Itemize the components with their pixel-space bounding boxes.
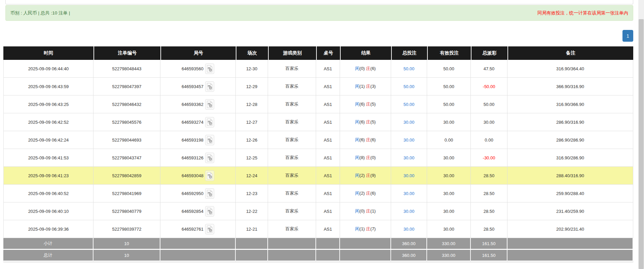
total-bet-link[interactable]: 30.00: [404, 138, 415, 143]
remark-cell: 316.90/286.90: [507, 149, 633, 167]
time-cell: 2025-09-09 06:41:53: [3, 149, 93, 167]
total-bet-link[interactable]: 30.00: [404, 155, 415, 160]
table-row[interactable]: 2025-09-09 06:43:59522798047397646593457…: [3, 78, 633, 95]
total-bet-cell[interactable]: 30.00: [391, 131, 427, 149]
round-replay-button[interactable]: [205, 81, 214, 92]
total-bet-link[interactable]: 30.00: [404, 120, 415, 125]
round-id-cell: 646593560: [160, 60, 236, 78]
footer-empty-game: [268, 250, 316, 262]
payout-cell: -30.00: [471, 149, 507, 167]
total-bet-link[interactable]: 50.00: [404, 102, 415, 107]
result-cell: 闲(2) 庄(6): [340, 185, 391, 202]
result-player-score: (6): [359, 119, 366, 124]
table-header: 时间注单编号局号场次游戏类别桌号结果总投注有效投注总派彩备注: [3, 46, 633, 60]
result-player-label: 闲: [355, 155, 359, 160]
total-bet-cell[interactable]: 50.00: [391, 60, 427, 78]
table-footer: 小计10360.00330.00161.50总计10360.00330.0016…: [3, 238, 633, 262]
table-no-cell: AS1: [316, 95, 340, 113]
vertical-scrollbar[interactable]: [638, 0, 644, 269]
time-cell: 2025-09-09 06:43:59: [3, 78, 93, 95]
round-replay-button[interactable]: [205, 153, 214, 163]
total-bet-cell[interactable]: 30.00: [391, 167, 427, 185]
total-bet-cell[interactable]: 30.00: [391, 149, 427, 167]
video-file-icon: [206, 172, 213, 180]
footer-empty-round: [160, 250, 236, 262]
footer-empty-result: [340, 238, 391, 250]
result-banker-score: (6): [370, 137, 376, 142]
footer-empty-round: [160, 238, 236, 250]
round-replay-button[interactable]: [205, 170, 214, 181]
total-bet-cell[interactable]: 30.00: [391, 202, 427, 220]
bet-records-table: 时间注单编号局号场次游戏类别桌号结果总投注有效投注总派彩备注 2025-09-0…: [3, 46, 633, 262]
round-id-text: 646593457: [182, 84, 203, 89]
total-bet-link[interactable]: 30.00: [404, 209, 415, 214]
table-row[interactable]: 2025-09-09 06:42:24522798044693646593198…: [3, 131, 633, 149]
table-row[interactable]: 2025-09-09 06:42:52522798045576646593274…: [3, 113, 633, 131]
result-banker-label: 庄: [366, 119, 370, 124]
result-banker-score: (6): [370, 191, 376, 196]
total-bet-cell[interactable]: 30.00: [391, 220, 427, 238]
table-row[interactable]: 2025-09-09 06:44:40522798048443646593560…: [3, 60, 633, 78]
table-row[interactable]: 2025-09-09 06:40:52522798041969646592950…: [3, 185, 633, 202]
session-cell: 12-21: [236, 220, 268, 238]
result-player-score: (6): [359, 137, 366, 142]
video-file-icon: [206, 207, 213, 215]
footer-valid-bet-cell: 330.00: [427, 250, 471, 262]
result-banker-score: (6): [370, 66, 376, 71]
table-row[interactable]: 2025-09-09 06:40:10522798040779646592854…: [3, 202, 633, 220]
result-player-score: (2): [359, 191, 366, 196]
round-replay-button[interactable]: [205, 135, 214, 145]
scrollbar-thumb[interactable]: [639, 19, 644, 269]
round-replay-button[interactable]: [205, 224, 214, 234]
session-cell: 12-22: [236, 202, 268, 220]
round-replay-button[interactable]: [205, 99, 214, 110]
video-file-icon: [206, 65, 213, 73]
filter-panel-bottom-edge: [5, 0, 633, 4]
valid-bet-cell: 50.00: [427, 78, 471, 95]
column-header-3: 场次: [236, 46, 268, 60]
total-bet-cell[interactable]: 30.00: [391, 185, 427, 202]
result-banker-score: (0): [370, 155, 376, 160]
footer-empty-remark: [507, 250, 633, 262]
result-player-score: (0): [359, 66, 366, 71]
session-cell: 12-27: [236, 113, 268, 131]
payout-cell: 28.50: [471, 202, 507, 220]
total-bet-cell[interactable]: 50.00: [391, 95, 427, 113]
round-replay-button[interactable]: [205, 64, 214, 74]
video-file-icon: [206, 118, 213, 126]
remark-cell: 202.90/231.40: [507, 220, 633, 238]
column-header-4: 游戏类别: [268, 46, 316, 60]
session-cell: 12-24: [236, 167, 268, 185]
video-file-icon: [206, 136, 213, 144]
result-player-score: (8): [359, 155, 366, 160]
total-bet-link[interactable]: 50.00: [404, 66, 415, 71]
result-player-score: (2): [359, 173, 366, 178]
round-id-text: 646592854: [182, 209, 203, 214]
round-replay-button[interactable]: [205, 206, 214, 217]
total-bet-cell[interactable]: 30.00: [391, 113, 427, 131]
table-row[interactable]: 2025-09-09 06:43:25522798046432646593362…: [3, 95, 633, 113]
result-banker-label: 庄: [366, 66, 370, 71]
result-banker-label: 庄: [366, 208, 370, 214]
result-player-label: 闲: [355, 119, 359, 124]
total-bet-link[interactable]: 30.00: [404, 173, 415, 178]
result-cell: 闲(0) 庄(6): [340, 60, 391, 78]
table-row[interactable]: 2025-09-09 06:41:23522798042859646593048…: [3, 167, 633, 185]
result-player-label: 闲: [355, 208, 359, 214]
table-row[interactable]: 2025-09-09 06:39:36522798039772646592761…: [3, 220, 633, 238]
footer-empty-table: [316, 238, 340, 250]
page-1-button[interactable]: 1: [622, 30, 633, 42]
table-row[interactable]: 2025-09-09 06:41:53522798043747646593126…: [3, 149, 633, 167]
game-type-cell: 百家乐: [268, 131, 316, 149]
round-replay-button[interactable]: [205, 117, 214, 127]
round-replay-button[interactable]: [205, 188, 214, 199]
remark-cell: 286.90/316.90: [507, 113, 633, 131]
payout-cell: 30.00: [471, 113, 507, 131]
result-banker-label: 庄: [366, 155, 370, 160]
total-bet-link[interactable]: 50.00: [404, 84, 415, 89]
time-cell: 2025-09-09 06:42:52: [3, 113, 93, 131]
total-bet-cell[interactable]: 50.00: [391, 78, 427, 95]
result-banker-label: 庄: [366, 191, 370, 196]
total-bet-link[interactable]: 30.00: [404, 227, 415, 232]
total-bet-link[interactable]: 30.00: [404, 191, 415, 196]
